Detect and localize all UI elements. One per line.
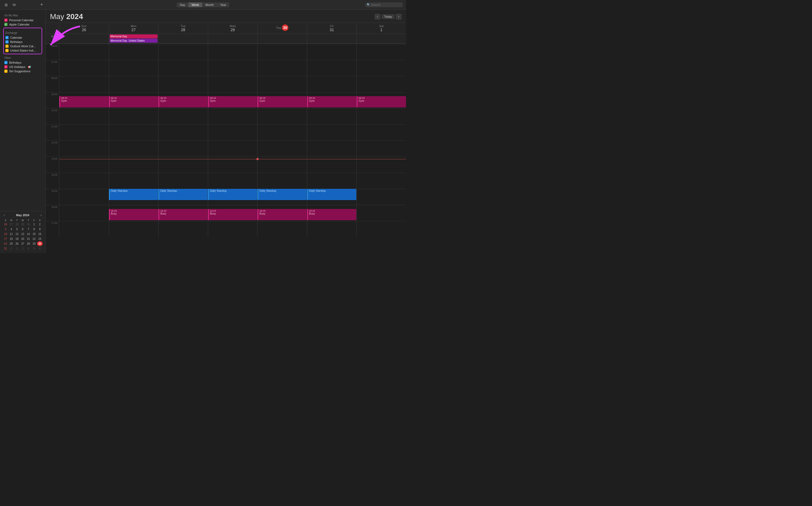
day-col-sat[interactable]: 09:15Gym [356, 44, 406, 237]
mini-cal-day-4-2[interactable]: 26 [14, 241, 20, 246]
day-col-tue[interactable]: 09:15GymDaily Standup16:15Busy [158, 44, 208, 237]
mini-cal-day-3-2[interactable]: 19 [14, 236, 20, 241]
mini-cal-prev-button[interactable]: ‹ [3, 213, 6, 217]
mini-cal-day-4-0[interactable]: 24 [3, 241, 8, 246]
mini-cal-day-2-3[interactable]: 13 [20, 232, 25, 236]
gym-event-day-2[interactable]: 09:15Gym [159, 96, 208, 107]
memorial-day-us-event[interactable]: Memorial Day United States [109, 39, 158, 43]
standup-event-day-3[interactable]: Daily Standup [208, 189, 258, 200]
prev-week-button[interactable]: ‹ [375, 14, 380, 20]
mini-cal-day-2-6[interactable]: 16 [37, 232, 43, 236]
sidebar-item-birthdays-exchange[interactable]: Birthdays [4, 40, 41, 44]
birthdays-other-checkbox[interactable] [4, 61, 7, 64]
allday-cell-mon[interactable]: Memorial Day Memorial Day United States [109, 34, 159, 44]
mini-cal-day-2-5[interactable]: 15 [31, 232, 37, 236]
mini-cal-day-3-1[interactable]: 18 [8, 236, 14, 241]
day-header-thu[interactable]: Thu 30 [257, 23, 307, 33]
day-view-button[interactable]: Day [177, 2, 188, 7]
day-header-wed[interactable]: Wed 29 [208, 23, 258, 33]
next-week-button[interactable]: › [396, 14, 402, 20]
mini-cal-day-5-5[interactable]: 5 [31, 246, 37, 251]
allday-cell-sun[interactable] [59, 34, 109, 44]
outlook-work-checkbox[interactable] [5, 45, 9, 48]
mini-cal-day-5-4[interactable]: 4 [25, 246, 31, 251]
siri-checkbox[interactable] [4, 70, 7, 73]
busy-event-day-4[interactable]: 16:15Busy [258, 209, 307, 220]
us-holidays-checkbox[interactable] [5, 49, 9, 52]
mini-cal-day-4-3[interactable]: 27 [20, 241, 25, 246]
day-header-sun[interactable]: Sun 26 [59, 23, 109, 33]
mini-cal-day-1-0[interactable]: 3 [3, 227, 8, 232]
standup-event-day-4[interactable]: Daily Standup [258, 189, 307, 200]
allday-cell-thu[interactable] [257, 34, 307, 44]
memorial-day-event[interactable]: Memorial Day [109, 34, 158, 38]
personal-calendar-checkbox[interactable] [4, 18, 7, 22]
day-col-sun[interactable]: 09:15Gym [59, 44, 109, 237]
mini-cal-day-3-6[interactable]: 23 [37, 236, 43, 241]
day-col-fri[interactable]: 09:15GymDaily Standup16:15Busy [307, 44, 357, 237]
mini-cal-day-0-5[interactable]: 1 [31, 222, 37, 227]
busy-event-day-2[interactable]: 16:15Busy [159, 209, 208, 220]
mini-cal-day-4-1[interactable]: 25 [8, 241, 14, 246]
sidebar-item-outlook-work[interactable]: Outlook Work Cal... [4, 44, 41, 48]
day-header-tue[interactable]: Tue 28 [158, 23, 208, 33]
mini-cal-day-5-1[interactable]: 1 [8, 246, 14, 251]
day-header-mon[interactable]: Mon 27 [109, 23, 159, 33]
mini-cal-day-5-3[interactable]: 3 [20, 246, 25, 251]
sidebar-item-birthdays-other[interactable]: Birthdays [3, 61, 42, 65]
mini-cal-day-5-6[interactable]: 6 [37, 246, 43, 251]
search-input[interactable] [365, 2, 403, 7]
allday-cell-fri[interactable] [307, 34, 357, 44]
mini-cal-day-0-0[interactable]: 26 [3, 222, 8, 227]
sidebar-item-calendar[interactable]: Calendar [4, 35, 41, 40]
day-header-sat[interactable]: Sat 1 [356, 23, 406, 33]
mini-cal-day-2-1[interactable]: 11 [8, 232, 14, 236]
gym-event-day-5[interactable]: 09:15Gym [307, 96, 357, 107]
day-col-wed[interactable]: 09:15GymDaily Standup16:15Busy [208, 44, 258, 237]
mini-cal-day-2-0[interactable]: 10 [3, 232, 8, 236]
window-icon[interactable]: ⊞ [3, 2, 9, 8]
sidebar-item-personal-calendar[interactable]: Personal Calendar [3, 18, 42, 22]
mini-cal-day-0-4[interactable]: 30 [25, 222, 31, 227]
standup-event-day-2[interactable]: Daily Standup [159, 189, 208, 200]
mini-cal-day-4-4[interactable]: 28 [25, 241, 31, 246]
mini-cal-day-0-1[interactable]: 27 [8, 222, 14, 227]
busy-event-day-3[interactable]: 16:15Busy [208, 209, 258, 220]
mini-cal-day-3-3[interactable]: 20 [20, 236, 25, 241]
day-col-mon[interactable]: 09:15GymDaily Standup16:15Busy [109, 44, 159, 237]
day-col-thu[interactable]: 09:15GymDaily Standup16:15Busy [257, 44, 307, 237]
mini-cal-day-0-3[interactable]: 29 [20, 222, 25, 227]
today-button[interactable]: Today [381, 14, 395, 19]
sidebar-item-us-holidays-other[interactable]: US Holidays 📢 [3, 65, 42, 69]
allday-cell-sat[interactable] [356, 34, 406, 44]
birthdays-exchange-checkbox[interactable] [5, 40, 9, 44]
gym-event-day-0[interactable]: 09:15Gym [59, 96, 109, 107]
standup-event-day-1[interactable]: Daily Standup [109, 189, 159, 200]
mini-cal-day-1-6[interactable]: 9 [37, 227, 43, 232]
mini-cal-day-1-2[interactable]: 5 [14, 227, 20, 232]
busy-event-day-1[interactable]: 16:15Busy [109, 209, 159, 220]
apple-calendar-checkbox[interactable] [4, 23, 7, 26]
week-grid-container[interactable]: Sun 26 Mon 27 Tue 28 Wed 29 Thu 30 [46, 23, 406, 253]
mini-cal-day-2-2[interactable]: 12 [14, 232, 20, 236]
standup-event-day-5[interactable]: Daily Standup [307, 189, 357, 200]
mini-cal-day-1-1[interactable]: 4 [8, 227, 14, 232]
mini-cal-day-5-2[interactable]: 2 [14, 246, 20, 251]
allday-cell-wed[interactable] [208, 34, 258, 44]
gym-event-day-6[interactable]: 09:15Gym [357, 96, 406, 107]
sidebar-item-us-holidays[interactable]: United States holi... [4, 48, 41, 53]
week-view-button[interactable]: Week [188, 2, 202, 7]
mini-cal-day-2-4[interactable]: 14 [25, 232, 31, 236]
calendar-checkbox[interactable] [5, 36, 9, 39]
mini-cal-day-1-4[interactable]: 7 [25, 227, 31, 232]
mini-cal-day-0-6[interactable]: 2 [37, 222, 43, 227]
sidebar-item-apple-calendar[interactable]: Apple Calendar [3, 22, 42, 26]
inbox-icon[interactable]: ✉ [11, 2, 17, 8]
mini-cal-day-4-6[interactable]: 30 [37, 241, 43, 246]
mini-cal-day-5-0[interactable]: 31 [3, 246, 8, 251]
mini-cal-day-0-2[interactable]: 28 [14, 222, 20, 227]
busy-event-day-5[interactable]: 16:15Busy [307, 209, 357, 220]
mini-cal-next-button[interactable]: › [39, 213, 43, 217]
sidebar-item-siri[interactable]: Siri Suggestions [3, 69, 42, 73]
mini-cal-day-1-3[interactable]: 6 [20, 227, 25, 232]
